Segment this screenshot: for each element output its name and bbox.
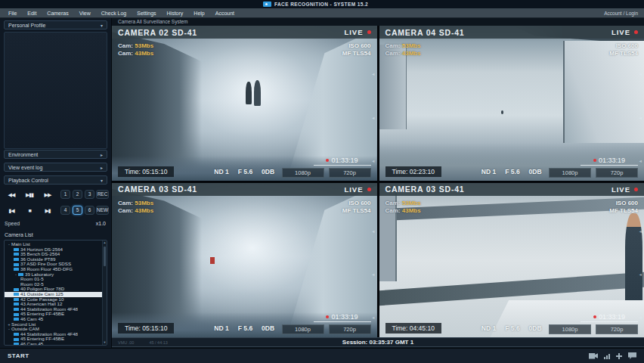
stop-button[interactable]: ■: [21, 206, 38, 216]
bitrate-value: 43Mbs: [135, 50, 153, 57]
view-event-log-button[interactable]: View event log ▸: [4, 163, 107, 172]
menu-item-view[interactable]: View: [74, 11, 96, 16]
new-button[interactable]: NEW: [96, 206, 109, 215]
environment-button[interactable]: Environment ▸: [4, 150, 107, 159]
record-dot-icon: [593, 315, 596, 318]
app-title: FACE RECOGNITION - SYSTEM 15.2: [274, 2, 368, 7]
feed-scroll-arrow-icon[interactable]: ◄: [639, 116, 642, 120]
iso-value: ISO 600: [342, 42, 371, 50]
resolution-buttons: 1080p 720p: [282, 324, 371, 334]
scroll-up-icon[interactable]: ▲: [103, 240, 107, 245]
timecode-value: 01:33:19: [599, 313, 625, 321]
menu-item-help[interactable]: Help: [188, 11, 209, 16]
res-720p-button[interactable]: 720p: [596, 168, 638, 178]
scrollbar-thumb[interactable]: [104, 247, 106, 266]
menu-item-settings[interactable]: Settings: [132, 11, 161, 16]
feed-scroll-arrow-icon[interactable]: ◄: [371, 229, 375, 234]
feed-scroll-arrow-icon[interactable]: ◄: [371, 116, 375, 120]
preset-1-button[interactable]: 1: [60, 190, 70, 199]
speed-row: Speed x1.0: [5, 221, 106, 226]
exposure-info: ISO 600 MF TLS54: [342, 42, 371, 57]
res-1080p-button[interactable]: 1080p: [549, 324, 591, 334]
camera-icon: [14, 318, 19, 321]
time-display: Time: 05:15:10: [118, 166, 174, 177]
rec-button[interactable]: REC: [96, 190, 109, 199]
video-camera-icon[interactable]: [589, 353, 598, 359]
feed-scroll-arrow-icon[interactable]: ◄: [639, 315, 642, 320]
camera-settings-row: ND 1F 5.60DB: [209, 324, 279, 332]
lens-value: MF TLS54: [342, 207, 371, 215]
tree-item-label: 46 Cam 45: [20, 342, 43, 346]
menu-item-account[interactable]: Account: [210, 11, 240, 16]
feed-scroll-arrow-icon[interactable]: ◄: [639, 229, 642, 234]
feed-scroll-arrow-icon[interactable]: ◄: [371, 315, 375, 320]
transport-row-1: ◀◀ ▶▮▮ ▶▶ 1 2 3 REC: [0, 190, 111, 200]
live-label: LIVE: [611, 28, 630, 36]
feed-scroll-arrow-icon[interactable]: ◄: [371, 72, 375, 76]
fast-forward-button[interactable]: ▶▶: [39, 190, 56, 200]
chat-icon[interactable]: [628, 352, 636, 359]
feed-scroll-arrow-icon[interactable]: ◄: [639, 72, 642, 76]
menu-item-file[interactable]: File: [3, 11, 22, 16]
menu-item-edit[interactable]: Edit: [22, 11, 42, 16]
preset-5-button[interactable]: 5: [73, 206, 82, 215]
account-login-link[interactable]: Account / Login: [604, 11, 638, 16]
camera-icon: [14, 268, 19, 271]
aperture-value: F 5.6: [238, 168, 252, 175]
play-pause-button[interactable]: ▶▮▮: [21, 190, 38, 200]
feed-scroll-arrow-icon[interactable]: ◄: [371, 159, 375, 163]
add-icon[interactable]: [616, 353, 622, 359]
camera-feed[interactable]: CAMERA 04 SD-41 LIVE Cam: 53Mbs Cam: 43M…: [379, 26, 644, 181]
skip-forward-button[interactable]: ▶▮: [39, 206, 56, 216]
timecode-value: 01:33:19: [599, 157, 625, 164]
res-1080p-button[interactable]: 1080p: [282, 168, 324, 178]
feed-scroll-arrow-icon[interactable]: ◄: [639, 159, 642, 163]
preset-2-button[interactable]: 2: [73, 190, 82, 199]
cam-label: Cam:: [118, 42, 133, 49]
res-1080p-button[interactable]: 1080p: [549, 168, 591, 178]
preset-6-button[interactable]: 6: [85, 206, 94, 215]
camera-settings-row: ND 1F 5.60DB: [477, 168, 546, 175]
speed-value[interactable]: x1.0: [96, 221, 106, 226]
record-dot-icon: [593, 159, 596, 162]
profile-panel: [4, 32, 107, 149]
scene-shape: [395, 197, 644, 221]
menu-item-cameras[interactable]: Cameras: [42, 11, 73, 16]
live-label: LIVE: [344, 28, 363, 36]
live-indicator-dot: [367, 30, 371, 34]
record-dot-icon: [326, 159, 329, 162]
camera-feed[interactable]: CAMERA 03 SD-41 LIVE Cam: 53Mbs Cam: 43M…: [112, 183, 377, 338]
camera-feed[interactable]: CAMERA 03 SD-41 LIVE Cam: 53Mbs Cam: 43M…: [379, 183, 644, 338]
personal-profile-label: Personal Profile: [8, 23, 45, 28]
res-720p-button[interactable]: 720p: [596, 324, 638, 334]
tree-scrollbar[interactable]: ▲ ▼: [102, 240, 107, 345]
playback-control-header[interactable]: Playback Control ▾: [4, 175, 107, 185]
feed-scroll-arrow-icon[interactable]: ◄: [371, 272, 375, 277]
menu-item-history[interactable]: History: [162, 11, 189, 16]
gain-value: 0DB: [262, 168, 274, 175]
lens-value: MF TLS54: [342, 50, 371, 57]
res-720p-button[interactable]: 720p: [329, 324, 371, 334]
preset-3-button[interactable]: 3: [85, 190, 94, 199]
personal-profile-header[interactable]: Personal Profile ▾: [4, 20, 107, 29]
preset-4-button[interactable]: 4: [60, 206, 70, 215]
menu-item-check-log[interactable]: Check Log: [96, 11, 132, 16]
cam-label: Cam:: [118, 200, 133, 206]
tree-item[interactable]: 46 Cam 45: [5, 342, 107, 346]
scroll-down-icon[interactable]: ▼: [103, 340, 107, 345]
skip-back-button[interactable]: ▮◀: [3, 206, 20, 216]
bitrate-value: 43Mbs: [402, 50, 421, 57]
res-720p-button[interactable]: 720p: [329, 168, 371, 178]
camera-feed[interactable]: CAMERA 02 SD-41 LIVE Cam: 53Mbs Cam: 43M…: [112, 26, 377, 181]
res-1080p-button[interactable]: 1080p: [282, 324, 324, 334]
feed-scroll-arrow-icon[interactable]: ◄: [639, 272, 642, 277]
record-dot-icon: [326, 315, 329, 318]
tree-item[interactable]: 38 Room Floor 45D-DFG: [5, 267, 107, 272]
title-bar: FACE RECOGNITION - SYSTEM 15.2: [0, 0, 644, 8]
scene-shape: [254, 80, 261, 107]
camera-icon: [14, 293, 19, 296]
start-button[interactable]: START: [8, 352, 29, 359]
signal-bars-icon[interactable]: [604, 353, 610, 359]
rewind-button[interactable]: ◀◀: [3, 190, 20, 200]
camera-icon: [14, 302, 19, 306]
